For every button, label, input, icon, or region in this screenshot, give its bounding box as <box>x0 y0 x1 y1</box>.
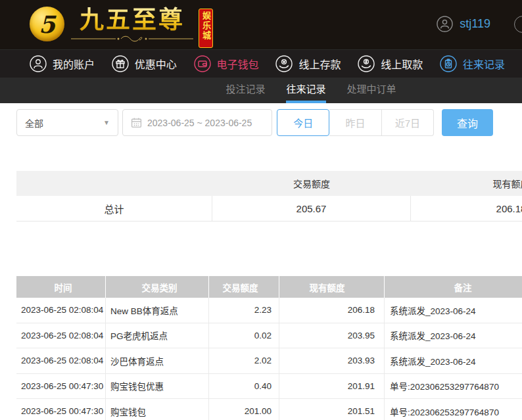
date-range-value: 2023-06-25 ~ 2023-06-25 <box>147 118 252 128</box>
records-clipboard-icon <box>440 55 457 72</box>
main-navigation: 我的账户 优惠中心 电子钱包 线上存款 线上取款 <box>0 49 522 78</box>
summary-col-blank <box>16 171 212 196</box>
summary-total-row: 总计 205.67 206.18 <box>16 196 522 222</box>
type-select-value: 全部 <box>25 116 43 129</box>
tab-betting-records[interactable]: 投注记录 <box>225 78 265 103</box>
nav-my-account[interactable]: 我的账户 <box>30 55 95 72</box>
nav-label: 线上存款 <box>298 56 341 72</box>
cell-time: 2023-06-25 02:08:04 <box>16 298 106 323</box>
records-header-row: 时间 交易类别 交易额度 现有额度 备注 <box>16 276 522 298</box>
table-row: 2023-06-25 00:47:30 购宝钱包 201.00 201.51 单… <box>16 399 522 420</box>
brand-name: 九五至尊 <box>80 7 185 34</box>
cell-balance: 203.93 <box>279 348 385 373</box>
cell-type: 购宝钱包优惠 <box>106 374 209 399</box>
table-row: 2023-06-25 00:47:30 购宝钱包优惠 0.40 201.91 单… <box>16 374 522 400</box>
cell-type: PG老虎机返点 <box>106 323 209 348</box>
cell-type: New BB体育返点 <box>106 298 209 323</box>
cell-remark: 系统派发_2023-06-24 <box>385 348 522 373</box>
gift-icon <box>112 55 129 72</box>
filter-bar: 全部 ▼ 2023-06-25 ~ 2023-06-25 今日 昨日 近7日 查… <box>0 103 522 143</box>
chevron-down-icon: ▼ <box>103 119 110 126</box>
user-avatar-icon <box>437 16 453 32</box>
table-row: 2023-06-25 02:08:04 PG老虎机返点 0.02 203.95 … <box>16 323 522 349</box>
cell-amount: 2.02 <box>209 348 279 373</box>
nav-label: 我的账户 <box>53 56 95 72</box>
summary-table: 交易额度 现有额度 总计 205.67 206.18 <box>16 171 522 222</box>
nav-transaction-records[interactable]: 往来记录 <box>440 55 505 72</box>
cell-amount: 201.00 <box>209 399 279 420</box>
cell-remark: 单号:202306253297764870 <box>385 399 522 420</box>
table-row: 2023-06-25 02:08:04 沙巴体育返点 2.02 203.93 系… <box>16 348 522 374</box>
calendar-icon <box>131 117 142 128</box>
summary-transaction-amount: 205.67 <box>212 196 411 221</box>
records-table: 时间 交易类别 交易额度 现有额度 备注 2023-06-25 02:08:04… <box>16 276 522 420</box>
wallet-icon <box>194 55 211 72</box>
table-row: 2023-06-25 02:08:04 New BB体育返点 2.23 206.… <box>16 298 522 323</box>
nav-label: 优惠中心 <box>135 56 177 72</box>
nav-online-deposit[interactable]: 线上存款 <box>275 55 341 72</box>
cell-time: 2023-06-25 00:47:30 <box>16 399 106 420</box>
tab-processing-orders[interactable]: 处理中订单 <box>347 78 396 103</box>
type-select[interactable]: 全部 ▼ <box>16 109 118 136</box>
tab-transaction-records[interactable]: 往来记录 <box>286 78 325 103</box>
user-account[interactable]: stj119 <box>437 16 490 32</box>
cell-balance: 201.91 <box>279 374 385 399</box>
cell-time: 2023-06-25 02:08:04 <box>16 323 106 348</box>
withdraw-coin-hand-icon <box>358 55 375 72</box>
cell-remark: 单号:202306253297764870 <box>385 374 522 399</box>
summary-current-balance: 206.18 <box>411 196 522 221</box>
summary-total-label: 总计 <box>16 196 212 221</box>
cell-amount: 0.40 <box>209 374 279 399</box>
cell-type: 沙巴体育返点 <box>106 348 209 373</box>
cell-amount: 0.02 <box>209 323 279 348</box>
today-button[interactable]: 今日 <box>277 109 329 136</box>
header-edge-icon[interactable] <box>514 16 522 33</box>
summary-col-transaction-amount: 交易额度 <box>212 171 411 196</box>
deposit-coin-hand-icon <box>275 55 293 72</box>
username: stj119 <box>460 17 490 31</box>
cell-balance: 206.18 <box>279 298 385 323</box>
account-icon <box>30 55 47 72</box>
quick-range-group: 今日 昨日 近7日 <box>277 109 434 136</box>
summary-col-current-balance: 现有额度 <box>411 171 522 196</box>
flourish-ornament-icon <box>70 35 195 43</box>
col-time: 时间 <box>16 276 106 298</box>
summary-header-row: 交易额度 现有额度 <box>16 171 522 196</box>
cell-balance: 201.51 <box>279 399 385 420</box>
query-button[interactable]: 查询 <box>442 109 493 136</box>
nav-label: 往来记录 <box>463 56 505 72</box>
nav-e-wallet[interactable]: 电子钱包 <box>194 55 259 72</box>
cell-balance: 203.95 <box>279 323 385 348</box>
top-header: 5 九五至尊 娱乐城 stj119 <box>0 0 522 49</box>
entertainment-city-badge: 娱乐城 <box>199 9 213 48</box>
date-range-input[interactable]: 2023-06-25 ~ 2023-06-25 <box>122 109 272 136</box>
col-amount: 交易额度 <box>209 276 279 298</box>
cell-type: 购宝钱包 <box>106 399 209 420</box>
brand-logo[interactable]: 5 九五至尊 娱乐城 <box>30 7 213 48</box>
nav-promo-center[interactable]: 优惠中心 <box>112 55 177 72</box>
nav-label: 电子钱包 <box>217 56 259 72</box>
nav-label: 线上取款 <box>381 56 423 72</box>
yesterday-button[interactable]: 昨日 <box>329 109 381 136</box>
logo-monogram: 5 <box>39 11 55 38</box>
last7days-button[interactable]: 近7日 <box>382 109 434 136</box>
cell-time: 2023-06-25 00:47:30 <box>16 374 106 399</box>
logo-coin-icon: 5 <box>30 7 64 41</box>
col-type: 交易类别 <box>106 276 209 298</box>
col-balance: 现有额度 <box>279 276 385 298</box>
cell-amount: 2.23 <box>209 298 279 323</box>
sub-navigation: 投注记录 往来记录 处理中订单 <box>0 78 522 103</box>
col-remark: 备注 <box>385 276 522 298</box>
cell-remark: 系统派发_2023-06-24 <box>385 323 522 348</box>
nav-online-withdraw[interactable]: 线上取款 <box>358 55 423 72</box>
cell-remark: 系统派发_2023-06-24 <box>385 298 522 323</box>
cell-time: 2023-06-25 02:08:04 <box>16 348 106 373</box>
